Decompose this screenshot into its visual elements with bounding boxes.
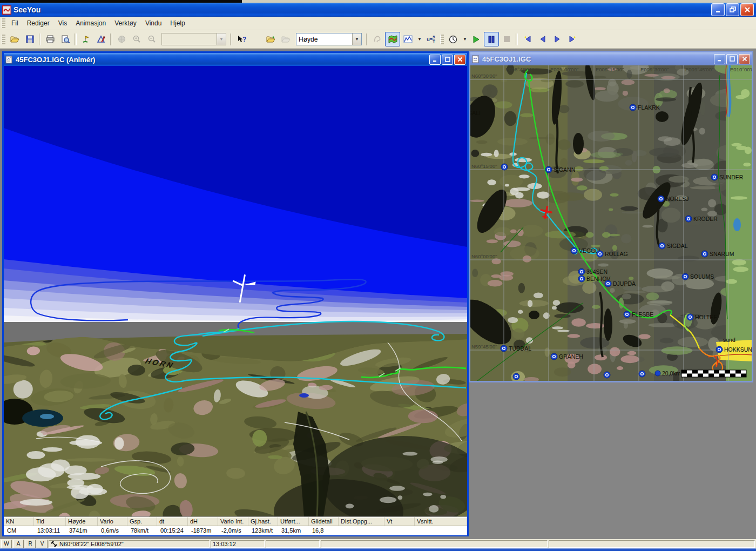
stats-header-9[interactable]: Utført... — [278, 517, 309, 526]
waypoint-DJUPDA[interactable]: DJUPDA — [605, 280, 636, 287]
waypoint-unnamed[interactable] — [604, 372, 610, 378]
main-titlebar[interactable]: SeeYou — [0, 3, 756, 17]
waypoint-SIGDAL[interactable]: SIGDAL — [659, 243, 688, 249]
waypoint-SUNDER[interactable]: SUNDER — [711, 174, 744, 180]
statistics-button[interactable]: u=5T — [423, 32, 438, 46]
map-close-button[interactable] — [739, 54, 750, 64]
waypoint-SOLUMS[interactable]: SOLUMS — [682, 273, 714, 280]
waypoint-unnamed[interactable] — [639, 371, 645, 377]
stats-header-11[interactable]: Dist.Oppg... — [339, 517, 384, 526]
open-flight-button[interactable] — [263, 32, 278, 46]
play-button[interactable] — [469, 32, 484, 46]
save-button[interactable] — [22, 32, 37, 46]
menu-item-animasjon[interactable]: Animasjon — [71, 18, 110, 29]
stats-header-7[interactable]: Vario Int. — [218, 517, 248, 526]
menu-grip[interactable] — [2, 18, 5, 28]
map-window-titlebar[interactable]: 45FC3OJ1.IGC — [470, 52, 752, 65]
menu-item-rediger[interactable]: Rediger — [23, 18, 54, 29]
context-help-button[interactable]: ? — [234, 32, 249, 46]
status-panel-3 — [266, 540, 320, 548]
3d-close-button[interactable] — [454, 55, 465, 65]
menu-item-fil[interactable]: Fil — [7, 18, 23, 29]
flight-stats-table: KNTidHøydeVarioGsp.dtdHVario Int.Gj.hast… — [4, 516, 467, 535]
animation-clock-button[interactable] — [446, 32, 461, 46]
menu-item-hjelp[interactable]: Hjelp — [166, 18, 189, 29]
svg-text:N60°15'00": N60°15'00" — [471, 163, 497, 169]
waypoint-HOKKSUND[interactable]: HOKKSUND — [716, 346, 752, 353]
waypoint-flag-button[interactable] — [78, 32, 93, 46]
menu-item-vis[interactable]: Vis — [54, 18, 71, 29]
print-preview-button[interactable] — [58, 32, 73, 46]
step-back-button[interactable] — [535, 32, 550, 46]
waypoint-ROLLAG[interactable]: ROLLAG — [597, 251, 628, 257]
waypoint-GRANEH[interactable]: GRANEH — [551, 353, 583, 360]
3d-maximize-button[interactable] — [442, 55, 453, 65]
waypoint-394SEN[interactable]: 394SEN — [578, 268, 608, 275]
pause-button[interactable] — [484, 32, 499, 46]
status-bar: WARV N60°08'22" E008°59'02" 13:03:12 — [0, 539, 756, 548]
status-toggle-a[interactable]: A — [13, 540, 24, 548]
status-toggle-r[interactable]: R — [25, 540, 36, 548]
waypoint-KRODER[interactable]: KRODER — [685, 216, 718, 222]
svg-text:N59°45'00": N59°45'00" — [471, 344, 497, 350]
waypoint-unnamed[interactable] — [513, 373, 519, 380]
waypoint-unnamed[interactable] — [501, 164, 508, 170]
stats-header-5[interactable]: dt — [157, 517, 188, 526]
menu-item-vindu[interactable]: Vindu — [141, 18, 166, 29]
3d-minimize-button[interactable] — [429, 55, 441, 65]
waypoint-SNARUM[interactable]: SNARUM — [701, 251, 734, 257]
map-maximize-button[interactable] — [726, 54, 738, 64]
step-forward-button[interactable] — [550, 32, 565, 46]
waypoint-FLAKRK[interactable]: FLAKRK — [630, 104, 660, 111]
stats-header-13[interactable]: Vsnitt. — [415, 517, 467, 526]
open-button[interactable] — [7, 32, 22, 46]
menu-item-verktøy[interactable]: Verktøy — [110, 18, 141, 29]
svg-text:FLESBE: FLESBE — [632, 311, 653, 318]
stats-header-2[interactable]: Høyde — [66, 517, 98, 526]
stats-header-6[interactable]: dH — [188, 517, 218, 526]
map-window-title: 45FC3OJ1.IGC — [482, 55, 713, 63]
map-view-button[interactable] — [385, 32, 400, 46]
svg-text:E010°00'00": E010°00'00" — [730, 66, 752, 72]
graph-view-button[interactable] — [400, 32, 415, 46]
stats-header-4[interactable]: Gsp. — [127, 517, 157, 526]
stats-value-6: -1873m — [188, 526, 218, 535]
stats-header-12[interactable]: Vt — [384, 517, 415, 526]
toolbar-grip[interactable] — [2, 35, 5, 44]
go-to-end-button[interactable] — [565, 32, 580, 46]
3d-flight-view[interactable]: HORN — [4, 66, 467, 516]
3d-window-titlebar[interactable]: 45FC3OJ1.IGC (Animér) — [4, 53, 467, 66]
task-button[interactable] — [93, 32, 109, 46]
svg-text:DJUPDA: DJUPDA — [613, 280, 636, 287]
animation-toolbar-grip[interactable] — [440, 35, 444, 44]
waypoint-VEGGLI[interactable]: VEGGLI — [571, 247, 600, 254]
waypoint-HOLTEF[interactable]: HOLTEF — [687, 314, 717, 320]
print-button[interactable] — [43, 32, 58, 46]
go-to-start-button[interactable] — [519, 32, 535, 46]
svg-text:N60°30'00": N60°30'00" — [471, 73, 497, 79]
clock-dropdown-arrow[interactable]: ▼ — [461, 32, 469, 46]
time-panel: 13:03:12 — [211, 540, 265, 548]
waypoint-SIGANN[interactable]: SIGANN — [545, 166, 575, 173]
restore-button[interactable] — [726, 3, 739, 16]
close-button[interactable] — [740, 3, 754, 16]
stats-header-0[interactable]: KN — [4, 517, 34, 526]
animation-parameter-combo[interactable]: Høyde ▼ — [296, 33, 362, 45]
animation-parameter-arrow[interactable]: ▼ — [352, 33, 361, 45]
stats-value-7: -2,0m/s — [218, 526, 248, 535]
stats-header-10[interactable]: Glidetall — [309, 517, 339, 526]
status-toggle-v[interactable]: V — [37, 540, 48, 548]
stats-header-8[interactable]: Gj.hast. — [248, 517, 278, 526]
map-view[interactable]: FLAKRKSIGANNSUNDERNORESJKRODERVEGGLIROLL… — [470, 65, 752, 381]
map-minimize-button[interactable] — [714, 54, 725, 64]
waypoint-NORESJ[interactable]: NORESJ — [658, 196, 689, 202]
stats-value-3: 0,6m/s — [98, 526, 127, 535]
graph-dropdown-arrow[interactable]: ▼ — [415, 32, 423, 46]
minimize-button[interactable] — [711, 3, 725, 16]
waypoint-TUDDAL[interactable]: TUDDAL — [501, 345, 531, 352]
stats-header-3[interactable]: Vario — [98, 517, 127, 526]
stats-header-1[interactable]: Tid — [34, 517, 66, 526]
status-toggle-w[interactable]: W — [1, 540, 12, 548]
waypoint-FLESBE[interactable]: FLESBE — [624, 311, 653, 318]
waypoint-BENHOV[interactable]: BENHOV — [578, 276, 610, 282]
